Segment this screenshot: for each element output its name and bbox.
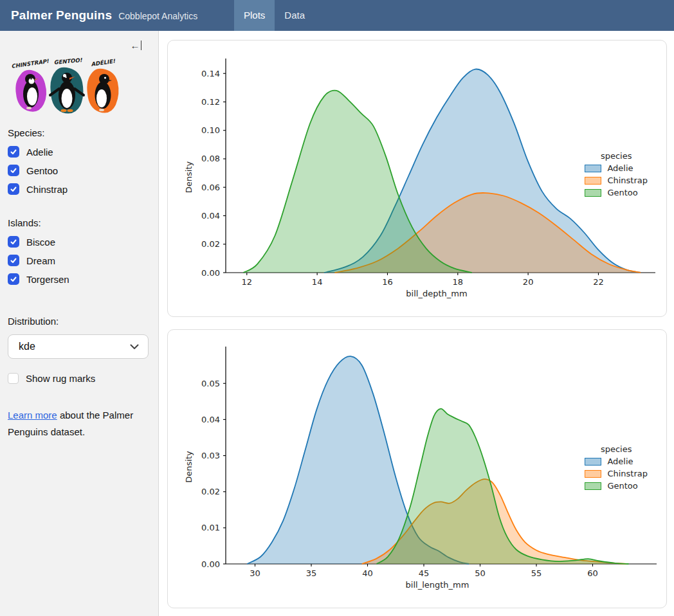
checkbox-show-rug-marks[interactable]: Show rug marks [8, 373, 149, 384]
x-tick-label: 22 [593, 277, 604, 287]
tab-plots[interactable]: Plots [234, 0, 275, 31]
artwork-label-chinstrap: CHINSTRAP! [11, 58, 50, 69]
islands-filter-group: Islands: Biscoe Dream Torgersen [8, 217, 149, 285]
distribution-select[interactable]: kde [8, 334, 149, 359]
y-tick-label: 0.08 [201, 154, 220, 163]
nav-tabs: Plots Data [234, 0, 314, 31]
legend-label: Adelie [607, 457, 633, 466]
x-tick-label: 50 [475, 568, 486, 578]
legend-label: Gentoo [607, 188, 637, 197]
checkbox-species-chinstrap[interactable]: Chinstrap [8, 183, 149, 195]
y-tick-label: 0.04 [201, 211, 220, 221]
x-tick-label: 35 [306, 568, 317, 578]
legend-label: Chinstrap [607, 176, 648, 185]
x-tick-label: 16 [382, 277, 393, 287]
main-panel: 1214161820220.000.020.040.060.080.100.12… [159, 31, 674, 616]
bill-length-legend: speciesAdelieChinstrapGentoo [585, 444, 648, 493]
y-tick-label: 0.02 [201, 487, 220, 496]
checkbox-checked-icon [8, 273, 19, 285]
islands-group-label: Islands: [8, 217, 149, 228]
checkbox-species-gentoo[interactable]: Gentoo [8, 165, 149, 176]
legend-label: Adelie [607, 163, 633, 173]
legend-swatch-chinstrap [585, 177, 601, 185]
legend-label: Chinstrap [607, 469, 648, 478]
y-tick-label: 0.00 [201, 268, 220, 278]
checkbox-island-torgersen[interactable]: Torgersen [8, 273, 149, 285]
legend-item-chinstrap: Chinstrap [585, 469, 648, 478]
species-group-label: Species: [8, 127, 149, 138]
checkbox-island-dream[interactable]: Dream [8, 255, 149, 266]
app-subtitle: Cobblepot Analytics [118, 11, 197, 21]
distribution-label: Distribution: [8, 316, 149, 327]
x-tick-label: 60 [587, 568, 598, 578]
y-tick-label: 0.02 [201, 239, 220, 249]
collapse-bar-icon [141, 41, 142, 50]
legend-title: species [585, 151, 648, 161]
x-tick-label: 20 [523, 277, 534, 287]
y-tick-label: 0.04 [201, 415, 220, 424]
x-tick-label: 14 [312, 277, 323, 287]
artwork-label-gentoo: GENTOO! [53, 57, 83, 66]
sidebar-footer-text: Learn more about the Palmer Penguins dat… [8, 407, 149, 440]
checkbox-checked-icon [8, 255, 19, 266]
y-tick-label: 0.00 [201, 559, 220, 569]
x-tick-label: 45 [419, 568, 430, 578]
y-tick-label: 0.03 [201, 451, 220, 460]
x-tick-label: 18 [453, 277, 464, 287]
artwork-label-adelie: ADÉLIE! [91, 58, 116, 68]
legend-item-chinstrap: Chinstrap [585, 176, 648, 185]
checkbox-checked-icon [8, 183, 19, 195]
legend-swatch-adelie [585, 165, 601, 172]
x-tick-label: 30 [250, 568, 260, 578]
checkbox-checked-icon [8, 146, 19, 158]
x-tick-label: 12 [242, 277, 253, 287]
y-tick-label: 0.14 [201, 69, 220, 78]
legend-item-adelie: Adelie [585, 163, 648, 173]
legend-label: Gentoo [607, 481, 637, 491]
legend-item-gentoo: Gentoo [585, 188, 648, 197]
x-axis-label: bill_length_mm [406, 580, 469, 590]
collapse-arrow-icon: ← [131, 41, 140, 50]
legend-swatch-adelie [585, 458, 601, 466]
sidebar: ← [0, 31, 159, 616]
bill-depth-chart-card: 1214161820220.000.020.040.060.080.100.12… [167, 40, 667, 317]
legend-swatch-gentoo [585, 189, 601, 197]
checkbox-species-adelie[interactable]: Adelie [8, 146, 149, 158]
app-title: Palmer Penguins [11, 8, 112, 23]
x-axis-label: bill_depth_mm [406, 289, 467, 298]
legend-swatch-chinstrap [585, 470, 601, 478]
legend-swatch-gentoo [585, 482, 601, 490]
legend-title: species [585, 444, 648, 454]
legend-item-gentoo: Gentoo [585, 481, 648, 491]
x-tick-label: 55 [531, 568, 542, 578]
bill-depth-legend: speciesAdelieChinstrapGentoo [585, 151, 648, 200]
species-filter-group: Species: Adelie Gentoo Chinstrap [8, 127, 149, 195]
checkbox-island-biscoe[interactable]: Biscoe [8, 236, 149, 248]
penguins-artwork-image: CHINSTRAP! GENTOO! ADÉLIE! [8, 57, 121, 116]
x-tick-label: 40 [362, 568, 373, 578]
y-tick-label: 0.01 [201, 523, 220, 532]
y-tick-label: 0.05 [201, 379, 220, 388]
y-axis-label: Density [184, 451, 194, 483]
checkbox-checked-icon [8, 165, 19, 176]
navbar: Palmer Penguins Cobblepot Analytics Plot… [0, 0, 674, 31]
y-tick-label: 0.10 [201, 125, 220, 135]
app-root: Palmer Penguins Cobblepot Analytics Plot… [0, 0, 674, 616]
checkbox-unchecked-icon [8, 373, 19, 384]
checkbox-checked-icon [8, 236, 19, 248]
y-tick-label: 0.06 [201, 183, 220, 192]
sidebar-collapse-button[interactable]: ← [131, 41, 142, 50]
bill-length-chart-card: 303540455055600.000.010.020.030.040.05bi… [167, 329, 667, 608]
distribution-selected-value: kde [19, 341, 35, 352]
legend-item-adelie: Adelie [585, 457, 648, 466]
tab-data[interactable]: Data [275, 0, 314, 31]
y-axis-label: Density [184, 161, 194, 193]
brand: Palmer Penguins Cobblepot Analytics [0, 8, 197, 23]
distribution-group: Distribution: kde [8, 316, 149, 359]
chevron-down-icon [130, 344, 139, 350]
y-tick-label: 0.12 [201, 97, 220, 107]
learn-more-link[interactable]: Learn more [8, 410, 57, 421]
